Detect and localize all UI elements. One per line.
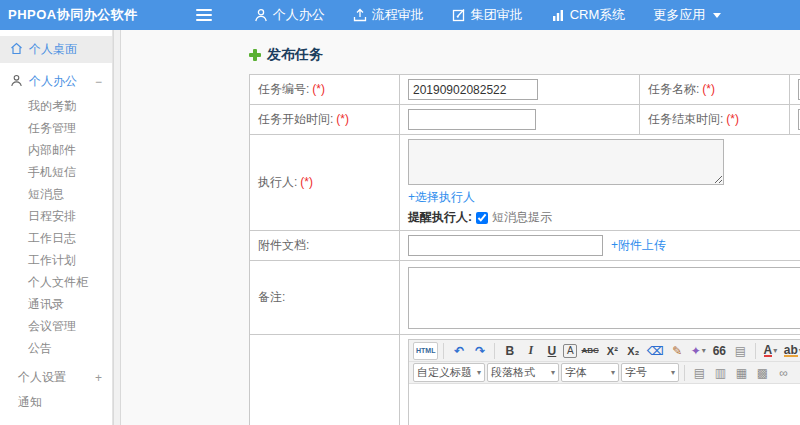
required-mark: (*) xyxy=(336,112,349,126)
page-title-text: 发布任务 xyxy=(267,46,323,64)
sidebar-item-task-management[interactable]: 任务管理 xyxy=(0,117,112,139)
executor-label: 执行人:(*) xyxy=(250,135,400,231)
chevron-down-icon: ▾ xyxy=(551,368,555,377)
nav-label: 个人办公 xyxy=(273,6,325,24)
custom-title-select[interactable]: 自定义标题▾ xyxy=(413,363,485,382)
user-icon xyxy=(10,74,23,90)
sms-reminder-option: 短消息提示 xyxy=(492,209,552,226)
toolbar-separator xyxy=(443,343,444,359)
task-name-label: 任务名称:(*) xyxy=(640,75,790,105)
nav-label: CRM系统 xyxy=(570,6,626,24)
nav-workflow-approval[interactable]: 流程审批 xyxy=(339,0,438,30)
chevron-down-icon: ▾ xyxy=(477,368,481,377)
sidebar-item-short-message[interactable]: 短消息 xyxy=(0,183,112,205)
insert-link-button[interactable]: ∞ xyxy=(774,364,793,382)
superscript-button[interactable]: X² xyxy=(603,342,622,360)
editor-toolbar-row1: HTML ↶ ↷ B I U A ABC X² X₂ ⌫ ✎ xyxy=(409,340,800,362)
executor-textarea[interactable] xyxy=(408,139,724,185)
align-left-button[interactable]: ▤ xyxy=(690,364,709,382)
font-family-select[interactable]: 字体▾ xyxy=(561,363,619,382)
unlink-button[interactable]: ⊘ xyxy=(795,364,800,382)
nav-group-approval[interactable]: 集团审批 xyxy=(438,0,537,30)
nav-crm-system[interactable]: CRM系统 xyxy=(537,0,640,30)
sidebar-item-notice[interactable]: 通知 xyxy=(0,391,112,413)
app-title: PHPOA协同办公软件 xyxy=(0,6,138,24)
character-style-button[interactable]: A xyxy=(563,344,577,358)
publish-task-form: 任务编号:(*) 任务名称:(*) 任务开始时间:(*) 任务结束时间:(*) xyxy=(249,74,800,425)
toolbar-separator xyxy=(755,343,756,359)
chevron-down-icon: ▾ xyxy=(671,368,675,377)
format-brush-button[interactable]: ✎ xyxy=(668,342,687,360)
task-number-input[interactable] xyxy=(408,79,538,100)
sidebar-item-contacts[interactable]: 通讯录 xyxy=(0,293,112,315)
align-justify-button[interactable]: ▩ xyxy=(753,364,772,382)
strikethrough-button[interactable]: ABC xyxy=(579,342,600,360)
italic-button[interactable]: I xyxy=(521,342,540,360)
align-center-button[interactable]: ▥ xyxy=(711,364,730,382)
reminder-label: 提醒执行人: xyxy=(408,209,472,226)
sidebar-item-label: 个人设置 xyxy=(18,369,66,386)
select-executor-link[interactable]: +选择执行人 xyxy=(408,190,475,204)
menu-toggle-icon[interactable] xyxy=(196,9,212,21)
expand-icon[interactable]: + xyxy=(95,371,102,385)
undo-button[interactable]: ↶ xyxy=(449,342,468,360)
end-time-label: 任务结束时间:(*) xyxy=(640,105,790,135)
main-content: 发布任务 任务编号:(*) 任务名称:(*) 任务开始时间:(*) xyxy=(121,30,800,425)
editor-row-label xyxy=(250,335,400,425)
blockquote-button[interactable]: 66 xyxy=(710,342,729,360)
highlight-color-button[interactable]: ab▾ xyxy=(782,342,800,360)
sidebar-item-file-cabinet[interactable]: 个人文件柜 xyxy=(0,271,112,293)
sidebar-item-internal-mail[interactable]: 内部邮件 xyxy=(0,139,112,161)
nav-more-apps[interactable]: 更多应用 xyxy=(639,0,735,30)
sidebar-scrollbar[interactable] xyxy=(113,30,121,425)
top-navbar: PHPOA协同办公软件 个人办公 流程审批 集团审批 CRM系统 xyxy=(0,0,800,30)
sidebar-item-work-log[interactable]: 工作日志 xyxy=(0,227,112,249)
task-number-label: 任务编号:(*) xyxy=(250,75,400,105)
main-nav: 个人办公 流程审批 集团审批 CRM系统 更多应用 xyxy=(240,0,736,30)
sidebar-item-attendance[interactable]: 我的考勤 xyxy=(0,95,112,117)
remove-format-button[interactable]: ⌫ xyxy=(645,342,666,360)
nav-personal-office[interactable]: 个人办公 xyxy=(240,0,339,30)
chevron-down-icon: ▾ xyxy=(702,346,706,355)
subscript-button[interactable]: X₂ xyxy=(624,342,643,360)
align-right-button[interactable]: ▦ xyxy=(732,364,751,382)
edit-icon xyxy=(452,8,466,22)
collapse-icon[interactable]: − xyxy=(95,75,102,89)
attachment-label: 附件文档: xyxy=(250,231,400,261)
sidebar-item-desktop[interactable]: 个人桌面 xyxy=(0,36,112,63)
bold-button[interactable]: B xyxy=(500,342,519,360)
page-title: 发布任务 xyxy=(249,46,800,64)
editor-toolbar-row2: 自定义标题▾ 段落格式▾ 字体▾ 字号▾ ▤ ▥ ▦ ▩ ∞ ⊘ ▣ ▣ ▮ xyxy=(409,362,800,384)
paragraph-format-select[interactable]: 段落格式▾ xyxy=(487,363,559,382)
font-color-button[interactable]: A▾ xyxy=(761,342,780,360)
chevron-down-icon: ▾ xyxy=(773,346,777,355)
sms-reminder-checkbox[interactable] xyxy=(476,212,488,224)
bar-chart-icon xyxy=(551,8,565,22)
sidebar-item-work-plan[interactable]: 工作计划 xyxy=(0,249,112,271)
sidebar-item-announcement[interactable]: 公告 xyxy=(0,337,112,359)
attachment-upload-link[interactable]: +附件上传 xyxy=(611,237,666,254)
nav-label: 更多应用 xyxy=(653,6,705,24)
toolbar-separator xyxy=(684,365,685,381)
attachment-input[interactable] xyxy=(408,235,603,256)
redo-button[interactable]: ↷ xyxy=(470,342,489,360)
user-icon xyxy=(254,8,268,22)
sidebar-item-label: 个人办公 xyxy=(29,73,77,90)
sidebar-item-meeting-management[interactable]: 会议管理 xyxy=(0,315,112,337)
rich-text-editor: HTML ↶ ↷ B I U A ABC X² X₂ ⌫ ✎ xyxy=(408,339,800,425)
underline-button[interactable]: U xyxy=(542,342,561,360)
paste-button[interactable]: ▤ xyxy=(731,342,750,360)
sidebar-item-personal-settings[interactable]: 个人设置 + xyxy=(0,364,112,391)
toolbar-separator xyxy=(494,343,495,359)
font-size-select[interactable]: 字号▾ xyxy=(621,363,679,382)
start-time-input[interactable] xyxy=(408,109,536,130)
required-mark: (*) xyxy=(726,112,739,126)
remark-textarea[interactable] xyxy=(408,267,800,329)
sidebar-item-schedule[interactable]: 日程安排 xyxy=(0,205,112,227)
editor-content-area[interactable] xyxy=(409,384,800,425)
sidebar-item-personal-office[interactable]: 个人办公 − xyxy=(0,68,112,95)
upload-icon xyxy=(353,8,367,22)
auto-format-button[interactable]: ✦▾ xyxy=(689,342,708,360)
sidebar-item-mobile-sms[interactable]: 手机短信 xyxy=(0,161,112,183)
html-source-button[interactable]: HTML xyxy=(413,342,438,360)
